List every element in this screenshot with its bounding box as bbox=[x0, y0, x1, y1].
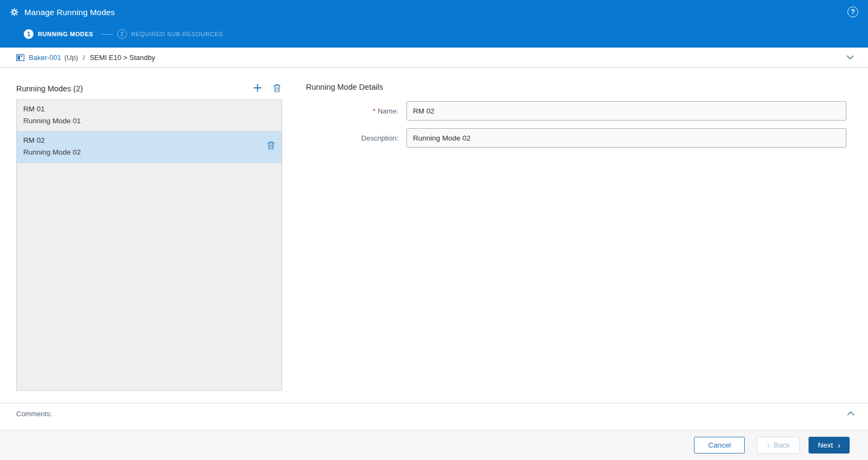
step-2-label: REQUIRED SUB-RESOURCES bbox=[131, 31, 223, 37]
gear-icon bbox=[10, 8, 19, 17]
breadcrumb: Baker-001 (Up) / SEMI E10 > Standby bbox=[0, 48, 868, 68]
breadcrumb-e10-state: SEMI E10 > Standby bbox=[90, 54, 155, 62]
back-button: ‹ Back bbox=[757, 437, 800, 454]
row-trash-icon[interactable] bbox=[267, 141, 275, 152]
help-icon[interactable]: ? bbox=[847, 6, 858, 17]
chevron-right-icon: › bbox=[838, 441, 840, 449]
description-label-text: Description: bbox=[361, 134, 398, 142]
list-item-rm-02[interactable]: RM 02 Running Mode 02 bbox=[17, 131, 282, 163]
cancel-label: Cancel bbox=[708, 441, 731, 449]
step-1-number: 1 bbox=[24, 29, 34, 39]
description-form-row: Description: bbox=[306, 128, 846, 148]
description-label: Description: bbox=[306, 134, 406, 142]
wizard-steps: 1 RUNNING MODES 2 REQUIRED SUB-RESOURCES bbox=[0, 24, 868, 48]
footer-actions: Cancel ‹ Back Next › bbox=[0, 430, 868, 460]
comments-label: Comments: bbox=[16, 410, 52, 418]
breadcrumb-resource-state: (Up) bbox=[64, 54, 78, 62]
help-glyph: ? bbox=[851, 8, 854, 16]
required-marker: * bbox=[373, 107, 376, 115]
step-2-number: 2 bbox=[117, 29, 127, 39]
chevron-down-icon[interactable] bbox=[844, 53, 856, 62]
running-modes-list: RM 01 Running Mode 01 RM 02 Running Mode… bbox=[16, 99, 282, 391]
name-form-row: *Name: bbox=[306, 101, 846, 121]
manage-running-modes-dialog: Manage Running Modes ? 1 RUNNING MODES 2… bbox=[0, 0, 868, 460]
running-mode-details-panel: Running Mode Details *Name: Description: bbox=[306, 83, 846, 391]
delete-running-mode-button[interactable] bbox=[272, 83, 282, 95]
name-label-text: Name: bbox=[378, 107, 398, 115]
cancel-button[interactable]: Cancel bbox=[694, 437, 745, 454]
title-bar: Manage Running Modes ? bbox=[0, 0, 868, 24]
breadcrumb-resource-link[interactable]: Baker-001 bbox=[29, 54, 61, 62]
next-button[interactable]: Next › bbox=[809, 437, 850, 454]
resource-icon bbox=[16, 54, 24, 61]
chevron-left-icon: ‹ bbox=[767, 441, 770, 449]
back-label: Back bbox=[773, 441, 790, 449]
step-1-label: RUNNING MODES bbox=[38, 31, 94, 37]
step-connector bbox=[101, 34, 113, 35]
wizard-step-required-sub-resources[interactable]: 2 REQUIRED SUB-RESOURCES bbox=[117, 29, 223, 39]
running-mode-description: Running Mode 02 bbox=[23, 146, 81, 158]
wizard-step-running-modes[interactable]: 1 RUNNING MODES bbox=[24, 29, 94, 39]
add-running-mode-button[interactable] bbox=[252, 82, 263, 95]
details-title: Running Mode Details bbox=[306, 83, 846, 91]
main-content: Running Modes (2) bbox=[0, 68, 868, 403]
trash-icon bbox=[273, 84, 281, 94]
comments-bar: Comments: bbox=[0, 403, 868, 430]
name-label: *Name: bbox=[306, 107, 406, 115]
running-modes-panel-header: Running Modes (2) bbox=[16, 83, 282, 95]
plus-icon bbox=[253, 83, 262, 94]
next-label: Next bbox=[818, 441, 833, 449]
running-mode-name: RM 01 bbox=[23, 103, 81, 115]
running-modes-panel: Running Modes (2) bbox=[16, 83, 282, 391]
breadcrumb-separator: / bbox=[83, 54, 85, 62]
description-field[interactable] bbox=[406, 128, 846, 148]
running-modes-title: Running Modes (2) bbox=[16, 84, 83, 93]
list-item-rm-01[interactable]: RM 01 Running Mode 01 bbox=[17, 100, 282, 131]
name-field[interactable] bbox=[406, 101, 846, 121]
running-mode-description: Running Mode 01 bbox=[23, 115, 81, 127]
page-title: Manage Running Modes bbox=[24, 8, 115, 17]
running-mode-name: RM 02 bbox=[23, 135, 81, 146]
chevron-up-icon[interactable] bbox=[845, 410, 856, 417]
